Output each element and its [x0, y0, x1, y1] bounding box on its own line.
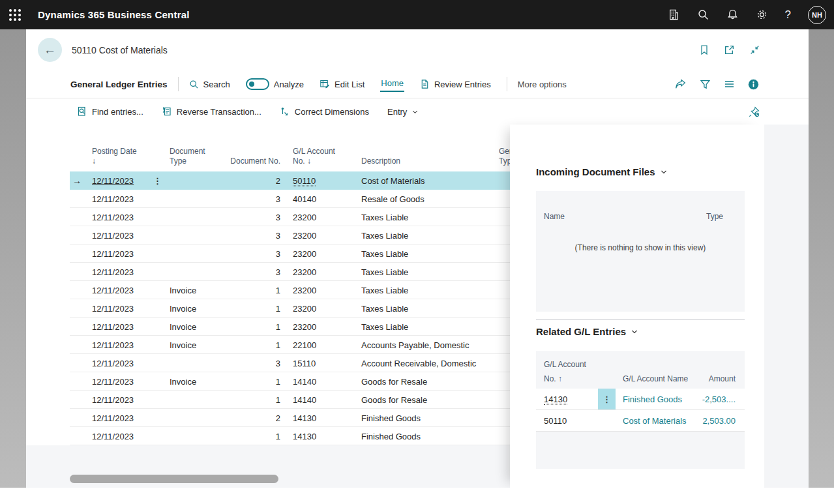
table-row[interactable]: → 12/11/2023 ⋮ 3 23200 Taxes Liable — [70, 208, 510, 226]
document-type-cell[interactable]: Invoice — [170, 340, 196, 349]
gl-account-no-cell[interactable]: 23200 — [293, 212, 316, 222]
description-cell[interactable]: Goods for Resale — [361, 376, 427, 386]
document-no-cell[interactable]: 1 — [220, 303, 280, 313]
environment-building-icon[interactable] — [668, 8, 680, 21]
description-cell[interactable]: Goods for Resale — [361, 394, 427, 404]
search-button[interactable]: Search — [189, 80, 230, 89]
collapse-icon[interactable] — [749, 44, 760, 55]
entry-dropdown[interactable]: Entry — [387, 107, 419, 117]
unpin-icon[interactable] — [748, 106, 760, 118]
table-row[interactable]: → 12/11/2023 ⋮ 1 14130 Finished Goods — [70, 427, 510, 445]
avatar[interactable]: NH — [808, 6, 826, 24]
notifications-bell-icon[interactable] — [726, 8, 739, 21]
posting-date-cell[interactable]: 12/11/2023 — [92, 413, 134, 422]
related-gl-entries-section[interactable]: Related G/L Entries — [536, 326, 745, 337]
document-no-cell[interactable]: 1 — [220, 285, 280, 295]
gl-account-no-cell[interactable]: 22100 — [293, 340, 316, 349]
column-header-posting-date[interactable]: Posting Date ↓ — [92, 147, 137, 166]
gl-account-no-cell[interactable]: 14130 — [293, 413, 316, 422]
description-cell[interactable]: Cost of Materials — [361, 175, 425, 185]
amount-link[interactable]: -2,503.... — [702, 394, 736, 404]
ellipsis-icon[interactable]: ⋮ — [153, 175, 162, 185]
list-caption[interactable]: General Ledger Entries — [70, 80, 168, 89]
description-cell[interactable]: Taxes Liable — [361, 285, 408, 295]
posting-date-cell[interactable]: 12/11/2023 — [92, 340, 134, 349]
document-no-cell[interactable]: 3 — [220, 248, 280, 258]
tab-home[interactable]: Home — [380, 76, 404, 92]
table-row[interactable]: → 12/11/2023 ⋮ 3 15110 Account Receivabl… — [70, 354, 510, 372]
more-options-button[interactable]: More options — [518, 80, 567, 89]
table-row[interactable]: → 12/11/2023 ⋮ 3 23200 Taxes Liable — [70, 245, 510, 263]
reverse-transaction-button[interactable]: Reverse Transaction... — [162, 106, 261, 117]
table-row[interactable]: → 12/11/2023 ⋮ Invoice 1 23200 Taxes Lia… — [70, 318, 510, 336]
posting-date-cell[interactable]: 12/11/2023 — [92, 194, 134, 203]
column-header-gl-account-no[interactable]: G/L Account No. ↓ — [293, 147, 335, 166]
document-type-cell[interactable]: Invoice — [170, 376, 196, 386]
column-header-gl-account-no[interactable]: G/L Account — [544, 360, 586, 369]
app-launcher-waffle-icon[interactable] — [0, 0, 30, 29]
settings-gear-icon[interactable] — [756, 8, 768, 21]
document-no-cell[interactable]: 1 — [220, 321, 280, 331]
find-entries-button[interactable]: Find entries... — [77, 106, 143, 117]
posting-date-cell[interactable]: 12/11/2023 — [92, 230, 134, 240]
gl-account-no-cell[interactable]: 14140 — [293, 376, 316, 386]
posting-date-cell[interactable]: 12/11/2023 — [92, 358, 134, 368]
document-no-cell[interactable]: 3 — [220, 230, 280, 240]
table-row[interactable]: → 12/11/2023 ⋮ Invoice 1 23200 Taxes Lia… — [70, 299, 510, 318]
column-header-document-type[interactable]: Document Type — [170, 147, 205, 166]
document-no-cell[interactable]: 1 — [220, 394, 280, 404]
column-header-document-no[interactable]: Document No. — [220, 156, 280, 166]
document-no-cell[interactable]: 3 — [220, 194, 280, 203]
table-row[interactable]: → 12/11/2023 ⋮ 3 40140 Resale of Goods — [70, 190, 510, 208]
description-cell[interactable]: Account Receivable, Domestic — [361, 358, 476, 368]
open-in-new-window-icon[interactable] — [724, 44, 735, 55]
gl-account-no-cell[interactable]: 40140 — [293, 194, 316, 203]
gl-account-no-cell[interactable]: 50110 — [293, 175, 316, 185]
document-no-cell[interactable]: 3 — [220, 267, 280, 276]
related-entry-row[interactable]: 14130 ⋮ Finished Goods -2,503.... — [536, 389, 745, 410]
document-type-cell[interactable]: Invoice — [170, 321, 196, 331]
posting-date-cell[interactable]: 12/11/2023 — [92, 175, 134, 185]
list-view-icon[interactable] — [724, 79, 735, 89]
gl-account-no-cell[interactable]: 50110 — [544, 416, 567, 426]
description-cell[interactable]: Taxes Liable — [361, 212, 408, 222]
posting-date-cell[interactable]: 12/11/2023 — [92, 267, 134, 276]
back-button[interactable]: ← — [38, 38, 62, 62]
gl-account-no-cell[interactable]: 14130 — [544, 394, 567, 404]
gl-account-no-cell[interactable]: 23200 — [293, 267, 316, 276]
incoming-document-files-section[interactable]: Incoming Document Files — [536, 166, 745, 177]
gl-account-no-cell[interactable]: 14140 — [293, 394, 316, 404]
gl-account-name-link[interactable]: Finished Goods — [623, 394, 682, 404]
posting-date-cell[interactable]: 12/11/2023 — [92, 321, 134, 331]
document-no-cell[interactable]: 3 — [220, 358, 280, 368]
amount-link[interactable]: 2,503.00 — [702, 416, 736, 426]
table-row[interactable]: → 12/11/2023 ⋮ 2 50110 Cost of Materials — [70, 171, 510, 190]
info-icon[interactable] — [748, 79, 759, 90]
correct-dimensions-button[interactable]: Correct Dimensions — [280, 106, 369, 117]
gl-account-name-link[interactable]: Cost of Materials — [623, 416, 687, 426]
gl-account-no-cell[interactable]: 15110 — [293, 358, 316, 368]
edit-list-button[interactable]: Edit List — [320, 79, 365, 89]
analyze-toggle-item[interactable]: Analyze — [246, 78, 304, 90]
posting-date-cell[interactable]: 12/11/2023 — [92, 394, 134, 404]
description-cell[interactable]: Accounts Payable, Domestic — [361, 340, 469, 349]
hscroll-thumb[interactable] — [70, 475, 278, 483]
description-cell[interactable]: Taxes Liable — [361, 248, 408, 258]
gl-account-no-cell[interactable]: 23200 — [293, 321, 316, 331]
document-type-cell[interactable]: Invoice — [170, 285, 196, 295]
description-cell[interactable]: Taxes Liable — [361, 321, 408, 331]
description-cell[interactable]: Taxes Liable — [361, 230, 408, 240]
ellipsis-icon[interactable]: ⋮ — [598, 389, 616, 409]
table-row[interactable]: → 12/11/2023 ⋮ 3 23200 Taxes Liable — [70, 226, 510, 245]
search-icon[interactable] — [697, 8, 709, 21]
posting-date-cell[interactable]: 12/11/2023 — [92, 376, 134, 386]
document-type-cell[interactable]: Invoice — [170, 303, 196, 313]
document-no-cell[interactable]: 1 — [220, 376, 280, 386]
gl-account-no-cell[interactable]: 23200 — [293, 285, 316, 295]
table-row[interactable]: → 12/11/2023 ⋮ 3 23200 Taxes Liable — [70, 263, 510, 281]
description-cell[interactable]: Taxes Liable — [361, 267, 408, 276]
column-header-description[interactable]: Description — [361, 156, 400, 166]
table-row[interactable]: → 12/11/2023 ⋮ 1 14140 Goods for Resale — [70, 391, 510, 409]
document-no-cell[interactable]: 1 — [220, 431, 280, 441]
bookmark-icon[interactable] — [699, 44, 709, 55]
